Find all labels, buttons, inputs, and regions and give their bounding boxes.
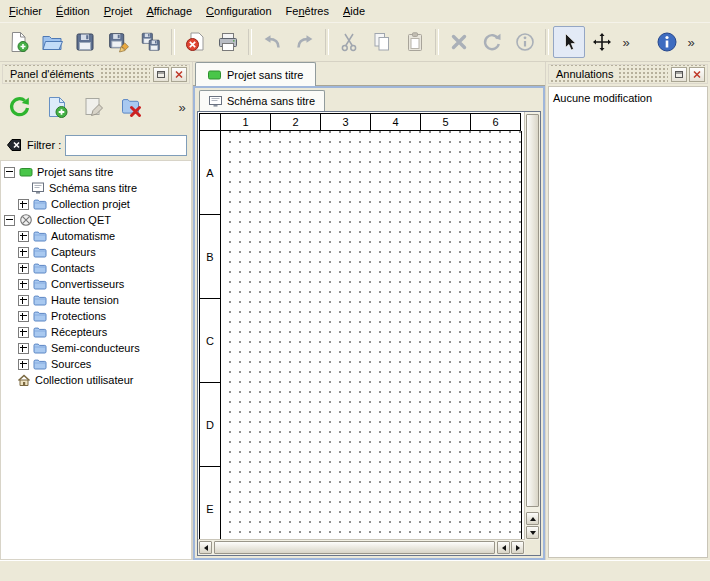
- tab-project[interactable]: Projet sans titre: [195, 62, 316, 86]
- open-project-button[interactable]: [36, 26, 68, 58]
- save-as-button[interactable]: [102, 26, 134, 58]
- print-button[interactable]: [212, 26, 244, 58]
- vscroll-thumb[interactable]: [526, 114, 539, 507]
- tree-item-collection-utilisateur[interactable]: Collection utilisateur: [1, 372, 191, 388]
- column-header: 1: [221, 113, 271, 131]
- scroll-left-button[interactable]: [199, 541, 212, 554]
- tree-item-automatisme[interactable]: Automatisme: [1, 228, 191, 244]
- clear-filter-button[interactable]: [5, 137, 23, 153]
- close-panel-button[interactable]: [171, 67, 187, 82]
- tab-schema[interactable]: Schéma sans titre: [199, 90, 325, 111]
- delete-element-button[interactable]: [114, 90, 148, 124]
- float-icon: [157, 71, 165, 78]
- scroll-mode-button[interactable]: [586, 26, 618, 58]
- tree-item-semi-conducteurs[interactable]: Semi-conducteurs: [1, 340, 191, 356]
- move-icon: [591, 31, 613, 53]
- print-icon: [217, 31, 239, 53]
- filter-row: Filtrer :: [0, 130, 192, 160]
- close-panel-button[interactable]: [689, 67, 705, 82]
- copy-icon: [371, 31, 393, 53]
- tree-item-sources[interactable]: Sources: [1, 356, 191, 372]
- select-mode-button[interactable]: [553, 26, 585, 58]
- tree-expander[interactable]: [18, 247, 29, 258]
- elements-panel-titlebar[interactable]: Panel d'éléments: [2, 64, 190, 84]
- menu-projet[interactable]: Projet: [97, 0, 140, 22]
- new-element-button[interactable]: [40, 90, 74, 124]
- menu-edition[interactable]: Édition: [49, 0, 97, 22]
- tree-expander[interactable]: [18, 311, 29, 322]
- tree-item-collection-qet[interactable]: Collection QET: [1, 212, 191, 228]
- tree-item-schema-sans-titre[interactable]: Schéma sans titre: [1, 180, 191, 196]
- undo-panel-titlebar[interactable]: Annulations: [548, 64, 708, 84]
- tree-expander[interactable]: [18, 359, 29, 370]
- tree-expander[interactable]: [4, 167, 15, 178]
- copy-button[interactable]: [366, 26, 398, 58]
- grid-area[interactable]: [221, 131, 522, 540]
- elements-toolbar-overflow[interactable]: »: [175, 91, 189, 123]
- reload-collections-button[interactable]: [3, 90, 37, 124]
- toolbar-overflow-1[interactable]: »: [619, 27, 633, 57]
- vertical-scrollbar[interactable]: [524, 112, 540, 540]
- redo-button[interactable]: [289, 26, 321, 58]
- toolbar-separator: [248, 29, 252, 55]
- tree-item-recepteurs[interactable]: Récepteurs: [1, 324, 191, 340]
- tree-expander[interactable]: [18, 343, 29, 354]
- arrow-up-icon: [530, 517, 536, 521]
- tree-item-label: Projet sans titre: [37, 166, 113, 178]
- column-header: 5: [421, 113, 471, 131]
- undo-panel-title: Annulations: [551, 68, 619, 80]
- float-panel-button[interactable]: [153, 67, 169, 82]
- filter-input[interactable]: [65, 135, 187, 156]
- edit-info-button[interactable]: [509, 26, 541, 58]
- tree-item-protections[interactable]: Protections: [1, 308, 191, 324]
- edit-element-button[interactable]: [77, 90, 111, 124]
- paste-button[interactable]: [399, 26, 431, 58]
- tree-item-haute-tension[interactable]: Haute tension: [1, 292, 191, 308]
- scroll-left-button-2[interactable]: [497, 541, 510, 554]
- close-file-button[interactable]: [179, 26, 211, 58]
- rotate-button[interactable]: [476, 26, 508, 58]
- tree-item-convertisseurs[interactable]: Convertisseurs: [1, 276, 191, 292]
- save-icon: [74, 31, 96, 53]
- menu-fichier[interactable]: Fichier: [2, 0, 49, 22]
- delete-button[interactable]: [443, 26, 475, 58]
- about-qet-button[interactable]: [651, 26, 683, 58]
- scroll-right-button[interactable]: [511, 541, 524, 554]
- tree-item-capteurs[interactable]: Capteurs: [1, 244, 191, 260]
- tree-expander[interactable]: [18, 231, 29, 242]
- elements-panel: Panel d'éléments » Filtrer :: [0, 62, 193, 560]
- column-header: 2: [271, 113, 321, 131]
- tree-item-label: Convertisseurs: [51, 278, 124, 290]
- new-project-button[interactable]: [3, 26, 35, 58]
- undo-button[interactable]: [256, 26, 288, 58]
- tree-item-collection-projet[interactable]: Collection projet: [1, 196, 191, 212]
- delete-icon: [448, 31, 470, 53]
- tree-expander[interactable]: [18, 295, 29, 306]
- tree-expander[interactable]: [4, 215, 15, 226]
- scroll-down-button[interactable]: [526, 526, 539, 539]
- tree-expander[interactable]: [18, 263, 29, 274]
- tree-item-contacts[interactable]: Contacts: [1, 260, 191, 276]
- float-panel-button[interactable]: [671, 67, 687, 82]
- schema-icon: [209, 96, 222, 107]
- save-button[interactable]: [69, 26, 101, 58]
- horizontal-scrollbar[interactable]: [198, 539, 525, 555]
- cut-button[interactable]: [333, 26, 365, 58]
- toolbar-overflow-2[interactable]: »: [684, 27, 698, 57]
- menu-configuration[interactable]: Configuration: [199, 0, 278, 22]
- project-tabbar: Projet sans titre: [193, 62, 545, 86]
- status-bar: [0, 560, 710, 581]
- tree-expander[interactable]: [18, 199, 29, 210]
- new-element-icon: [45, 95, 69, 119]
- rotate-icon: [481, 31, 503, 53]
- save-all-button[interactable]: [135, 26, 167, 58]
- diagram-canvas[interactable]: 123456 ABCDE: [198, 112, 525, 540]
- hscroll-thumb[interactable]: [214, 541, 495, 554]
- tree-expander[interactable]: [18, 327, 29, 338]
- tree-expander[interactable]: [18, 279, 29, 290]
- scroll-up-button[interactable]: [526, 512, 539, 525]
- menu-affichage[interactable]: Affichage: [139, 0, 199, 22]
- menu-aide[interactable]: Aide: [336, 0, 372, 22]
- menu-fenetres[interactable]: Fenêtres: [279, 0, 336, 22]
- tree-item-projet-sans-titre[interactable]: Projet sans titre: [1, 164, 191, 180]
